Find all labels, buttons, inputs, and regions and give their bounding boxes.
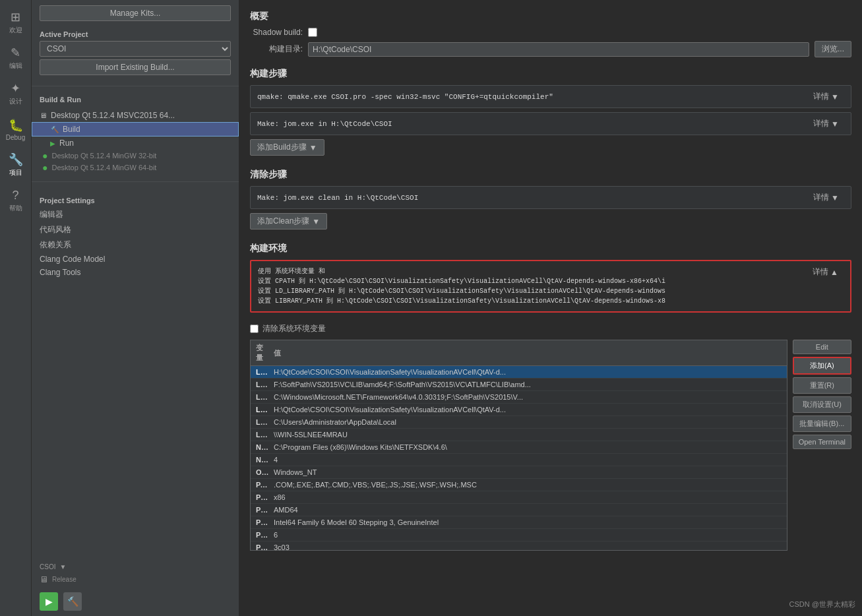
settings-clang-tools[interactable]: Clang Tools xyxy=(32,266,239,279)
batch-edit-button[interactable]: 批量编辑(B)... xyxy=(793,416,851,432)
grid-icon: ⊞ xyxy=(11,10,20,24)
project-settings-section: Project Settings 编辑器 代码风格 依赖关系 Clang Cod… xyxy=(32,187,239,284)
env-summary-box: 使用 系统环境变量 和 设置 CPATH 到 H:\QtCode\CSOI\CS… xyxy=(250,260,851,313)
run-sub-item[interactable]: ▶ Run xyxy=(32,137,239,150)
dropdown-arrow-icon2: ▼ xyxy=(312,217,320,226)
clean-step-1-code: Make: jom.exe clean in H:\QtCode\CSOI xyxy=(257,194,808,202)
table-row[interactable]: PATHEXT.COM;.EXE;.BAT;.CMD;.VBS;.VBE;.JS… xyxy=(251,479,787,491)
build-run-section: 🖥 Desktop Qt 5.12.4 MSVC2015 64... 🔨 Bui… xyxy=(32,106,239,176)
build-dir-label: 构建目录: xyxy=(250,44,303,55)
kit-mingw64[interactable]: ● Desktop Qt 5.12.4 MinGW 64-bit xyxy=(32,162,239,173)
build-button[interactable]: 🔨 xyxy=(63,592,82,611)
hammer-icon: 🔨 xyxy=(51,126,59,133)
table-row[interactable]: LIBF:\SoftPath\VS2015\VC\LIB\amd64;F:\So… xyxy=(251,379,787,391)
add-env-button[interactable]: 添加(A) xyxy=(793,357,851,375)
monitor-icon: 🖥 xyxy=(40,111,47,119)
csdn-watermark: CSDN @世界太精彩 xyxy=(789,600,855,609)
build-dir-input[interactable] xyxy=(308,42,809,57)
build-sub-item[interactable]: 🔨 Build xyxy=(32,122,239,137)
sidebar-item-edit[interactable]: ✎ 编辑 xyxy=(3,41,29,75)
project-select[interactable]: CSOI xyxy=(40,41,231,57)
browse-button[interactable]: 浏览... xyxy=(815,41,851,57)
table-row[interactable]: LD_LIBRARY_PATHH:\QtCode\CSOI\CSOI\Visua… xyxy=(251,366,787,379)
build-dir-row: 构建目录: 浏览... xyxy=(250,41,851,57)
env-table: 变量 值 LD_LIBRARY_PATHH:\QtCode\CSOI\CSOI\… xyxy=(251,340,787,551)
clean-step-details-button[interactable]: 详情 ▼ xyxy=(808,191,844,204)
settings-editor[interactable]: 编辑器 xyxy=(32,207,239,222)
settings-code-style[interactable]: 代码风格 xyxy=(32,222,239,237)
kit-mingw32[interactable]: ● Desktop Qt 5.12.4 MinGW 32-bit xyxy=(32,150,239,162)
table-row[interactable]: PROCESSOR_REVISION3c03 xyxy=(251,541,787,551)
build-step-1: qmake: qmake.exe CSOI.pro -spec win32-ms… xyxy=(250,85,851,108)
build-step-1-details-button[interactable]: 详情 ▼ xyxy=(808,90,844,104)
import-build-button[interactable]: Import Existing Build... xyxy=(40,59,231,75)
sidebar-item-design[interactable]: ✦ 设计 xyxy=(3,77,29,111)
sidebar-item-welcome[interactable]: ⊞ 欢迎 xyxy=(3,5,29,40)
build-env-section: 构建环境 使用 系统环境变量 和 设置 CPATH 到 H:\QtCode\CS… xyxy=(250,243,851,551)
design-icon: ✦ xyxy=(11,81,20,96)
chevron-down-icon3: ▼ xyxy=(831,193,839,202)
table-row[interactable]: PROCESSOR_ARCHITEW6432AMD64 xyxy=(251,504,787,516)
active-project-label: Active Project xyxy=(32,26,239,41)
sidebar-icons: ⊞ 欢迎 ✎ 编辑 ✦ 设计 🐛 Debug 🔧 项目 ? 帮助 xyxy=(0,0,32,616)
dropdown-arrow-icon: ▼ xyxy=(309,143,317,152)
dot-icon2: ● xyxy=(42,163,47,172)
add-clean-step-button[interactable]: 添加Clean步骤 ▼ xyxy=(250,213,327,230)
table-row[interactable]: LIBPATHC:\Windows\Microsoft.NET\Framewor… xyxy=(251,391,787,404)
chevron-up-icon: ▲ xyxy=(830,268,838,277)
table-row[interactable]: PROCESSOR_ARCHITECTUREx86 xyxy=(251,491,787,504)
run-icon: ▶ xyxy=(50,140,55,147)
summary-section: 概要 Shadow build: 构建目录: 浏览... xyxy=(250,11,851,57)
summary-header: 概要 xyxy=(250,11,851,22)
sidebar-item-project[interactable]: 🔧 项目 xyxy=(3,148,29,182)
shadow-build-checkbox[interactable] xyxy=(308,28,317,37)
edit-env-button[interactable]: Edit xyxy=(793,340,851,354)
table-row[interactable]: NETFXSDKDirC:\Program Files (x86)\Window… xyxy=(251,441,787,454)
env-table-wrapper: 变量 值 LD_LIBRARY_PATHH:\QtCode\CSOI\CSOI\… xyxy=(250,340,787,551)
play-button[interactable]: ▶ xyxy=(40,592,58,611)
col-var-header: 变量 xyxy=(251,340,268,366)
shadow-build-label: Shadow build: xyxy=(250,28,303,37)
main-content: 概要 Shadow build: 构建目录: 浏览... 构建步骤 qmake:… xyxy=(239,0,862,616)
unset-env-button[interactable]: 取消设置(U) xyxy=(793,396,851,413)
chevron-down-icon2: ▼ xyxy=(831,119,839,129)
left-panel: Manage Kits... Active Project CSOI Impor… xyxy=(32,0,239,616)
add-build-step-button[interactable]: 添加Build步骤 ▼ xyxy=(250,139,324,156)
build-steps-header: 构建步骤 xyxy=(250,68,851,80)
open-terminal-button[interactable]: Open Terminal xyxy=(793,435,851,449)
settings-clang-code-model[interactable]: Clang Code Model xyxy=(32,253,239,266)
table-row[interactable]: LOGONSERVER\\WIN-5SLNEE4MRAU xyxy=(251,429,787,441)
table-row[interactable]: PROCESSOR_IDENTIFIERIntel64 Family 6 Mod… xyxy=(251,516,787,529)
clean-steps-section: 清除步骤 Make: jom.exe clean in H:\QtCode\CS… xyxy=(250,169,851,232)
shadow-build-row: Shadow build: xyxy=(250,28,851,37)
build-step-1-code: qmake: qmake.exe CSOI.pro -spec win32-ms… xyxy=(257,93,808,101)
clean-step-1: Make: jom.exe clean in H:\QtCode\CSOI 详情… xyxy=(250,186,851,209)
help-icon: ? xyxy=(12,189,18,202)
table-row[interactable]: LIBRARY_PATHH:\QtCode\CSOI\CSOI\Visualiz… xyxy=(251,404,787,416)
clear-env-checkbox[interactable] xyxy=(250,324,259,333)
env-table-container: 变量 值 LD_LIBRARY_PATHH:\QtCode\CSOI\CSOI\… xyxy=(250,340,851,551)
debug-icon: 🐛 xyxy=(9,118,23,133)
table-row[interactable]: LOCALAPPDATAC:\Users\Administrator\AppDa… xyxy=(251,416,787,429)
project-icon: 🔧 xyxy=(9,152,23,167)
manage-kits-button[interactable]: Manage Kits... xyxy=(40,5,231,21)
env-buttons: Edit 添加(A) 重置(R) 取消设置(U) 批量编辑(B)... Open… xyxy=(793,340,851,551)
kit-item-msvc[interactable]: 🖥 Desktop Qt 5.12.4 MSVC2015 64... xyxy=(32,109,239,122)
table-row[interactable]: NUMBER_OF_PROCESSORS4 xyxy=(251,454,787,466)
sidebar-item-debug[interactable]: 🐛 Debug xyxy=(3,112,29,146)
project-settings-label: Project Settings xyxy=(32,193,239,207)
table-row[interactable]: OSWindows_NT xyxy=(251,466,787,479)
settings-dependencies[interactable]: 依赖关系 xyxy=(32,237,239,253)
table-row[interactable]: PROCESSOR_LEVEL6 xyxy=(251,529,787,541)
bottom-project-label: CSOI xyxy=(40,563,55,570)
sidebar-item-help[interactable]: ? 帮助 xyxy=(3,183,29,218)
build-step-2-details-button[interactable]: 详情 ▼ xyxy=(808,117,844,131)
active-project-row: CSOI xyxy=(40,41,231,57)
reset-env-button[interactable]: 重置(R) xyxy=(793,377,851,394)
build-step-2-code: Make: jom.exe in H:\QtCode\CSOI xyxy=(257,120,808,128)
build-run-label: Build & Run xyxy=(32,92,239,106)
dot-icon: ● xyxy=(42,151,47,160)
env-summary-details-button[interactable]: 详情 ▲ xyxy=(807,265,844,279)
chevron-down-icon: ▼ xyxy=(831,92,839,102)
build-env-header: 构建环境 xyxy=(250,243,851,255)
